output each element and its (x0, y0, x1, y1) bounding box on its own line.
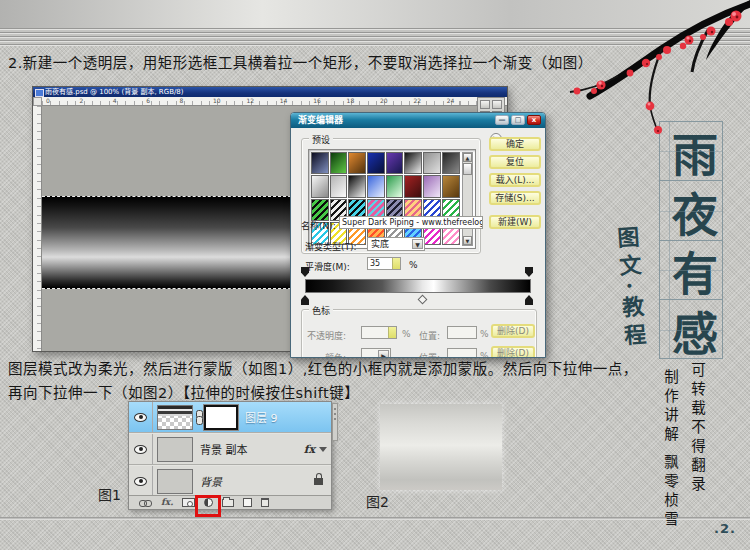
gradient-preset-swatch[interactable] (348, 152, 366, 174)
maximize-icon[interactable]: □ (511, 115, 525, 125)
visibility-cell[interactable] (129, 434, 153, 464)
color-stop-right[interactable] (525, 295, 533, 305)
layer-effects-icon[interactable]: fx (304, 443, 315, 456)
gradient-preset-swatch[interactable] (348, 175, 366, 197)
load-button[interactable]: 载入(L)... (489, 173, 541, 187)
layer-name[interactable]: 图层 9 (245, 409, 278, 425)
gradient-preset-swatch[interactable] (404, 175, 422, 197)
midpoint-marker[interactable] (418, 295, 428, 305)
layers-panel-toolbar: fx. (129, 495, 331, 509)
delete-stop-button-1[interactable]: 删除(D) (491, 324, 535, 338)
opacity-stop-left[interactable] (301, 267, 309, 277)
ok-button[interactable]: 确定 (489, 137, 541, 151)
location-input-1[interactable] (447, 326, 477, 339)
calligraphy-cell: 感 (660, 300, 722, 359)
gradient-preset-swatch[interactable] (386, 152, 404, 174)
gradient-preset-swatch[interactable] (311, 152, 329, 174)
layers-panel: 图层 9 背景 副本 fx 背景 fx. (128, 401, 332, 510)
delete-stop-button-2[interactable]: 删除(D) (491, 346, 535, 358)
scroll-thumb[interactable] (463, 163, 472, 175)
color-swatch-field[interactable]: ▶ (361, 348, 391, 358)
color-label: 颜色: (325, 351, 346, 358)
visibility-cell[interactable] (129, 402, 153, 432)
gradient-type-select[interactable]: 实底 ▼ (367, 237, 425, 251)
gradient-preset-swatch[interactable] (367, 152, 385, 174)
scroll-down-icon[interactable]: ▼ (463, 236, 472, 245)
lock-icon (314, 478, 323, 485)
gradient-preview-bar[interactable] (305, 279, 531, 293)
reset-button[interactable]: 复位 (489, 155, 541, 169)
colophon-left: 制作讲解 飘零桢雪 (660, 369, 681, 530)
collapse-effects-icon[interactable] (319, 447, 327, 452)
smoothness-input[interactable]: 35 (367, 257, 401, 270)
figure2-label: 图2 (366, 491, 389, 511)
new-group-icon[interactable] (222, 499, 234, 507)
ruler-number: 0 (46, 97, 50, 104)
ruler-number: 4 (113, 97, 117, 104)
eye-icon[interactable] (134, 477, 147, 486)
layer-row-selected[interactable]: 图层 9 (129, 402, 331, 433)
gradient-preset-swatch[interactable] (442, 152, 460, 174)
subtitle-vertical: 图文·教程 (610, 225, 651, 353)
eye-icon[interactable] (134, 413, 147, 422)
gradient-preset-swatch[interactable] (311, 175, 329, 197)
scroll-up-icon[interactable]: ▲ (463, 153, 472, 162)
calligraphy-cell: 夜 (660, 181, 722, 240)
stretched-gradient-sample (380, 404, 502, 490)
gradient-preset-swatch[interactable] (311, 199, 329, 221)
layer-name[interactable]: 背景 (200, 473, 222, 489)
palette-icon[interactable] (480, 100, 490, 109)
add-layer-mask-icon[interactable] (182, 498, 195, 507)
layer-name[interactable]: 背景 副本 (200, 441, 248, 457)
save-button[interactable]: 存储(S)... (489, 191, 541, 205)
gradient-preset-swatch[interactable] (330, 152, 348, 174)
eye-icon[interactable] (134, 445, 147, 454)
gradient-preset-swatch[interactable] (330, 175, 348, 197)
page-number: .2. (714, 521, 736, 536)
presets-scrollbar[interactable]: ▲ ▼ (462, 152, 473, 246)
opacity-stop-right[interactable] (525, 267, 533, 277)
palette-icon[interactable] (492, 100, 502, 109)
preset-swatch-panel: ▲ ▼ (308, 149, 476, 249)
close-icon[interactable]: x (527, 115, 541, 125)
gradient-preset-swatch[interactable] (442, 175, 460, 197)
gradient-editor-dialog: 渐变编辑器 — □ x 预设 ▶ ▲ ▼ 确定 复位 载入(L)... 存储(S… (290, 112, 546, 358)
location-input-2[interactable] (447, 348, 477, 358)
stops-label: 色标 (309, 304, 333, 317)
layers-panel-scrollbar[interactable] (332, 403, 338, 441)
ruler-number: 10 (213, 97, 221, 104)
layer-row[interactable]: 背景 副本 fx (129, 434, 331, 465)
opacity-spinner[interactable] (388, 327, 396, 338)
layer-thumbnail[interactable] (157, 405, 193, 430)
new-button[interactable]: 新建(W) (489, 215, 541, 229)
gradient-preset-swatch[interactable] (423, 152, 441, 174)
gradient-preset-swatch[interactable] (404, 152, 422, 174)
gradient-preset-swatch[interactable] (367, 175, 385, 197)
presets-label: 预设 (309, 133, 333, 146)
step-text: 图层模式改为柔光，然后进行蒙版（如图1）,红色的小框内就是添加蒙版。然后向下拉伸… (8, 357, 648, 405)
dialog-title-bar[interactable]: 渐变编辑器 — □ x (291, 113, 545, 128)
new-layer-icon[interactable] (243, 498, 252, 507)
layer-thumbnail[interactable] (157, 469, 193, 494)
opacity-input[interactable] (361, 326, 397, 339)
ruler-number: 24 (447, 97, 455, 104)
link-layers-icon[interactable] (139, 500, 152, 506)
location-percent-2: % (480, 351, 489, 358)
chevron-down-icon[interactable]: ▼ (412, 239, 423, 249)
gradient-preset-swatch[interactable] (386, 175, 404, 197)
name-input[interactable]: Super Dark Piping - www.thefreelogomaker… (339, 216, 483, 229)
visibility-cell[interactable] (129, 466, 153, 496)
layer-mask-thumbnail[interactable] (204, 405, 238, 430)
layer-style-icon[interactable]: fx. (161, 498, 173, 507)
layer-thumbnail[interactable] (157, 437, 193, 462)
layer-row[interactable]: 背景 (129, 466, 331, 497)
window-buttons: — □ x (495, 115, 541, 125)
delete-layer-icon[interactable] (261, 498, 269, 507)
color-stop-left[interactable] (301, 295, 309, 305)
smoothness-spinner[interactable] (392, 258, 400, 269)
gradient-preset-swatch[interactable] (423, 175, 441, 197)
ruler-number: 18 (347, 97, 355, 104)
minimize-icon[interactable]: — (495, 115, 509, 125)
color-picker-arrow-icon[interactable]: ▶ (378, 350, 389, 358)
ruler-number: 20 (380, 97, 388, 104)
